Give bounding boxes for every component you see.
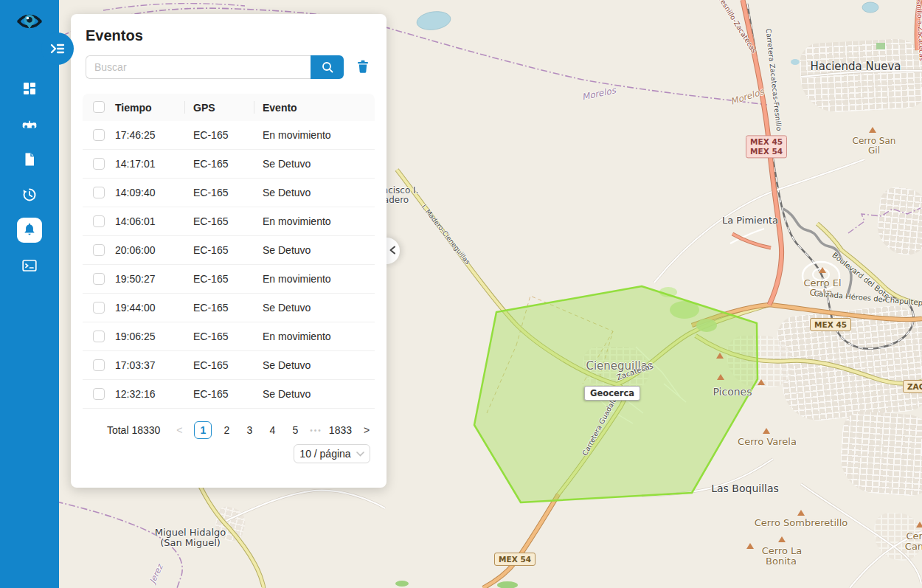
app-window: Hacienda Nueva La Pimienta Cieneguillas … [0,0,922,588]
sidebar-item-vehicles[interactable] [0,106,59,142]
menu-unfold-icon [48,40,67,58]
map-label-peak: Cante [905,542,922,551]
column-divider [254,101,254,114]
sidebar-item-terminal[interactable] [0,248,59,283]
car-icon [21,115,38,133]
cell-gps: EC-165 [193,187,228,198]
pagination-page-last[interactable]: 1833 [329,421,352,439]
pagination-prev[interactable]: < [171,421,187,439]
page-size-select[interactable]: 10 / página [294,444,370,463]
document-icon [21,151,38,167]
row-checkbox[interactable] [93,359,105,371]
trash-icon [357,60,369,73]
search-input[interactable] [86,55,311,79]
row-checkbox[interactable] [93,388,105,400]
map-label-peak: Cerro Sombreretillo [755,518,848,528]
cell-evento: En movimiento [263,215,331,227]
sidebar-item-history[interactable] [0,177,59,212]
cell-gps: EC-165 [193,273,228,285]
cell-gps: EC-165 [193,359,228,371]
row-checkbox[interactable] [93,302,105,314]
chevron-down-icon [356,452,364,457]
table-row[interactable]: 14:06:01 EC-165 En movimiento [83,207,375,236]
pagination-page-2[interactable]: 2 [218,421,235,439]
cell-evento: Se Detuvo [263,302,311,314]
cell-tiempo: 14:06:01 [115,215,156,227]
cell-gps: EC-165 [193,388,228,400]
cell-tiempo: 19:06:25 [115,331,156,342]
pagination-page-5[interactable]: 5 [287,421,303,439]
search-icon [321,60,334,74]
map-label-town-partial: adero [384,196,409,204]
cell-evento: En movimiento [263,331,331,342]
column-divider [184,101,185,114]
page-title: Eventos [86,27,143,44]
bell-icon [21,222,38,238]
map-label-town: (San Miguel) [160,538,221,547]
cell-tiempo: 20:06:00 [115,244,156,256]
pagination-ellipsis[interactable]: ••• [310,426,322,435]
search-button[interactable] [311,55,344,79]
table-row[interactable]: 17:03:37 EC-165 Se Detuvo [83,351,375,380]
pagination-page-3[interactable]: 3 [241,421,257,439]
search-bar [86,55,344,79]
cell-evento: Se Detuvo [263,158,311,170]
highway-badge-mex45: MEX 45 [810,318,851,331]
row-checkbox[interactable] [93,187,105,198]
table-row[interactable]: 19:44:00 EC-165 Se Detuvo [83,294,375,322]
sidebar-item-documents[interactable] [0,142,59,177]
table-row[interactable]: 14:17:01 EC-165 Se Detuvo [83,150,375,179]
highway-badge-mex45-54: MEX 45MEX 54 [746,135,787,158]
cell-gps: EC-165 [193,215,228,227]
row-checkbox[interactable] [93,273,105,285]
clear-events-button[interactable] [356,60,370,75]
pagination-total: Total 18330 [107,424,160,436]
row-checkbox[interactable] [93,129,105,141]
column-header-gps: GPS [193,102,215,114]
column-header-tiempo: Tiempo [115,102,152,114]
cell-gps: EC-165 [193,302,228,314]
table-row[interactable]: 17:46:25 EC-165 En movimiento [83,121,375,150]
highway-badge-zac: ZAC 1 [903,380,922,393]
table-row[interactable]: 19:06:25 EC-165 En movimiento [83,322,375,351]
table-row[interactable]: 12:32:16 EC-165 Se Detuvo [83,380,375,409]
sidebar [0,0,59,588]
row-checkbox[interactable] [93,215,105,227]
cell-gps: EC-165 [193,129,228,141]
table-row[interactable]: 14:09:40 EC-165 Se Detuvo [83,179,375,207]
cell-gps: EC-165 [193,244,228,256]
cell-evento: En movimiento [263,129,331,141]
map-label-peak: Gil [868,146,880,155]
map-label-peak: Bonita [766,556,797,566]
row-checkbox[interactable] [93,331,105,342]
row-checkbox[interactable] [93,158,105,170]
pagination-page-4[interactable]: 4 [264,421,280,439]
map-label-town-partial: ncisco I. [383,186,419,195]
table-row[interactable]: 20:06:00 EC-165 Se Detuvo [83,236,375,265]
pagination-page-1[interactable]: 1 [194,421,212,439]
cell-gps: EC-165 [193,158,228,170]
cell-tiempo: 14:09:40 [115,187,156,198]
map-label-peak: Cerro San [853,136,896,145]
sidebar-item-dashboard[interactable] [0,71,59,106]
table-header: Tiempo GPS Evento [83,94,375,121]
highway-badge-mex54: MEX 54 [494,553,535,566]
grid-icon [21,80,38,97]
map-label-town: Miguel Hidalgo [155,528,226,537]
pagination-next[interactable]: > [358,421,375,439]
cell-evento: Se Detuvo [263,187,311,198]
map-label-town: Picones [713,387,752,397]
map-label-peak: Cerro [906,531,922,541]
map-label-peak: Cerro La [762,546,803,556]
cell-tiempo: 12:32:16 [115,388,156,400]
cell-tiempo: 17:03:37 [115,359,156,371]
events-panel: Eventos Tiempo GPS Evento 17:46:25 EC-16… [71,14,387,488]
row-checkbox[interactable] [93,244,105,256]
history-icon [21,187,38,203]
map-label-town: Las Boquillas [711,483,779,494]
sidebar-toggle-button[interactable] [41,32,74,65]
select-all-checkbox[interactable] [93,101,105,113]
sidebar-item-notifications[interactable] [0,212,59,248]
cell-tiempo: 19:44:00 [115,302,156,314]
table-row[interactable]: 19:50:27 EC-165 En movimiento [83,265,375,294]
